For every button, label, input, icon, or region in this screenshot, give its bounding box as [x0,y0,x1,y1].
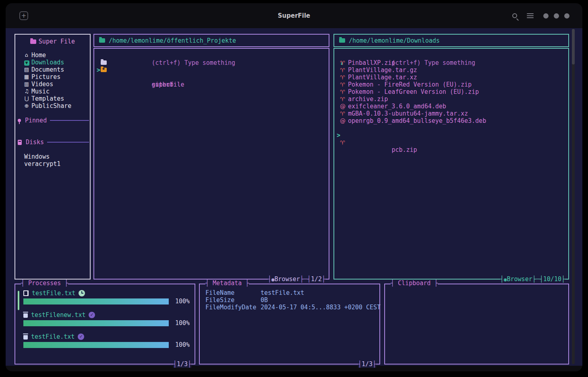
download-icon: ▼ [23,59,30,66]
file-row[interactable]: ♈PlantVillage.tar.gz [334,66,568,74]
sidebar-item-publicshare[interactable]: ⊕PublicShare [15,102,90,110]
metadata-title: ┤ Metadata ├ [205,280,249,287]
left-panel-path-bar[interactable]: /home/lemonlime/öffentlich_Projekte [93,34,329,47]
sidebar-title: Super File [39,38,75,45]
disks-section-header: Disks [15,139,90,146]
music-icon: ♫ [23,88,30,95]
superfile-app: + SuperFile Super File ⌂Home ▼Downloads … [0,0,588,377]
eye-icon: ◉ [504,276,507,282]
metadata-value: testFile.txt [261,289,304,296]
metadata-row: FileSize 0B [205,296,379,304]
document-icon: ▤ [23,66,30,73]
zip-file-icon: ♈ [340,139,345,146]
search-icon[interactable] [512,13,517,18]
deb-file-icon: @ [340,117,346,124]
zip-file-icon: ♈ [340,59,345,66]
sidebar-item-home[interactable]: ⌂Home [15,52,90,59]
left-search-bar[interactable]: ↓(ctrl+f) Type something [94,52,329,59]
process-item[interactable]: testFile.txt ✓ 100% [23,333,190,348]
processes-panel: ┤ Processes ├ testFile.txt 100% [14,284,195,365]
progress-bar [23,320,169,326]
starred-folder-icon: ★ [101,68,107,72]
video-icon: ▥ [23,81,30,88]
done-check-icon: ✓ [89,312,95,318]
clipboard-panel: ┤ Clipboard ├ [384,284,569,365]
sidebar: Super File ⌂Home ▼Downloads ▤Documents ▦… [14,34,91,280]
window-control-dot [564,13,569,19]
pinned-section-header: Pinned [15,117,90,124]
divider [47,142,89,143]
right-panel-footer: ┤◉Browser├─┤10/10├ [500,276,565,283]
file-row[interactable]: ★ superfile [94,66,329,74]
window-scrollbar[interactable] [572,29,575,364]
picture-icon: ▦ [23,73,30,81]
disk-item-windows[interactable]: Windows [15,153,90,160]
file-row[interactable]: ♈Pokemon - LeafGreen Version (EU).zip [334,88,568,95]
metadata-row: FileName testFile.txt [205,289,379,296]
disk-item-veracrypt1[interactable]: veracrypt1 [15,160,90,168]
sidebar-item-documents[interactable]: ▤Documents [15,66,90,73]
usb-drive-icon [18,140,22,145]
copy-operation-icon [23,290,29,296]
disks-label: Disks [26,139,44,146]
sidebar-item-pictures[interactable]: ▦Pictures [15,73,90,81]
metadata-row: FileModifyDate 2024-05-17 04:5...8833 +0… [205,304,379,311]
processes-footer: ┤1/3├ [173,360,191,368]
metadata-key: FileName [205,289,261,296]
progress-bar [23,342,169,348]
file-row[interactable]: ♈archive.zip [334,95,568,103]
right-search-bar[interactable]: ↓(ctrl+f) Type something [334,52,568,59]
progress-percent: 100% [173,341,190,348]
delete-operation-icon [23,313,28,318]
sidebar-header: Super File [15,38,90,45]
window-controls[interactable] [543,13,569,19]
file-row[interactable]: > github [94,59,329,66]
right-file-panel[interactable]: ↓(ctrl+f) Type something ♈PinballXP.zip … [333,48,569,280]
pin-icon [18,119,21,122]
process-item[interactable]: testFilenew.txt ✓ 100% [23,311,190,327]
done-check-icon: ✓ [78,334,84,340]
file-row[interactable]: @openrgb_0.9_amd64_bullseye_b5f46e3.deb [334,117,568,124]
left-file-panel[interactable]: ↓(ctrl+f) Type something > github ★ supe… [93,48,329,280]
scrollbar-thumb[interactable] [572,29,575,64]
zip-file-icon: ♈ [340,95,345,103]
content-area: Super File ⌂Home ▼Downloads ▤Documents ▦… [6,28,582,366]
file-row[interactable]: ♈PinballXP.zip [334,59,568,66]
metadata-value: 2024-05-17 04:5...8833 +0200 CEST [261,304,381,311]
file-row-selected[interactable]: > ♈ pcb.zip [334,124,568,132]
titlebar: + SuperFile [6,3,582,28]
new-tab-button[interactable]: + [19,11,28,20]
zip-file-icon: ♈ [340,66,345,74]
deb-file-icon: @ [340,103,346,110]
metadata-value: 0B [261,296,268,304]
processes-title: ┤ Processes ├ [21,280,68,287]
file-row[interactable]: @exifcleaner_3.6.0_amd64.deb [334,103,568,110]
processes-scrollbar[interactable] [18,291,19,310]
file-row[interactable]: ♈PlantVillage.tar.xz [334,74,568,81]
sidebar-item-templates[interactable]: ⋃Templates [15,95,90,102]
zip-file-icon: ♈ [340,110,345,117]
sidebar-item-music[interactable]: ♫Music [15,88,90,95]
sidebar-item-downloads[interactable]: ▼Downloads [15,59,90,66]
metadata-panel: ┤ Metadata ├ FileName testFile.txt FileS… [199,284,380,365]
pinned-label: Pinned [25,117,47,124]
zip-file-icon: ♈ [340,88,345,95]
globe-icon: ⊕ [23,102,30,110]
progress-percent: 100% [173,319,190,327]
file-row[interactable]: ♈mGBA-0.10.3-ubuntu64-jammy.tar.xz [334,110,568,117]
app-window: + SuperFile Super File ⌂Home ▼Downloads … [6,3,582,371]
folder-icon [339,38,345,43]
window-control-dot [543,13,549,19]
right-panel-path: /home/lemonlime/Downloads [349,37,440,44]
paperclip-icon: ⋃ [23,95,30,102]
menu-icon[interactable] [527,13,534,18]
process-item[interactable]: testFile.txt 100% [23,289,190,305]
file-row[interactable]: ♈Pokemon - FireRed Version (EU).zip [334,81,568,88]
app-folder-icon [30,39,36,44]
right-panel-path-bar[interactable]: /home/lemonlime/Downloads [333,34,569,47]
window-title: SuperFile [6,12,582,19]
progress-bar [23,298,169,304]
sidebar-item-videos[interactable]: ▥Videos [15,81,90,88]
left-panel-path: /home/lemonlime/öffentlich_Projekte [109,37,236,44]
divider [50,120,89,121]
